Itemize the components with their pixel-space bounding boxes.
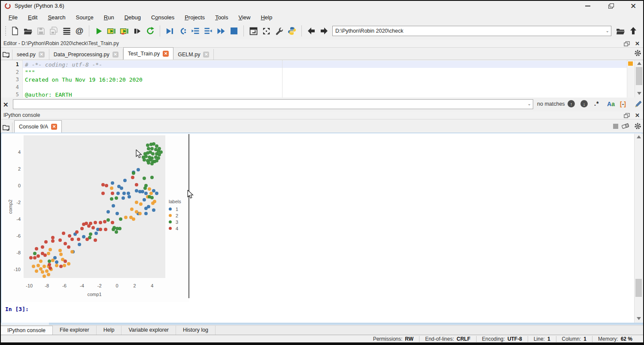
- run-cell-button[interactable]: [105, 24, 118, 37]
- chevron-down-icon[interactable]: ⌄: [606, 28, 609, 33]
- search-input[interactable]: [13, 99, 533, 109]
- pane-splitter[interactable]: [188, 134, 189, 298]
- stop-debug-button[interactable]: [228, 24, 240, 37]
- console-bottom-scrollbar[interactable]: [1, 323, 643, 325]
- clear-console-button[interactable]: [621, 123, 629, 129]
- close-window-button[interactable]: ✕: [623, 0, 643, 12]
- back-button[interactable]: [305, 24, 318, 37]
- scatter-point: [135, 189, 138, 192]
- console-tab[interactable]: Console 9/A ✕: [14, 120, 62, 133]
- editor-scrollbar-thumb[interactable]: [636, 67, 642, 85]
- rerun-button[interactable]: [144, 24, 157, 37]
- scroll-down-icon[interactable]: [637, 317, 641, 320]
- legend-swatch: [169, 227, 172, 230]
- step-return-button[interactable]: [202, 24, 215, 37]
- close-tab-button[interactable]: ✕: [51, 124, 57, 130]
- menu-tools[interactable]: Tools: [210, 13, 233, 21]
- close-tab-button[interactable]: ✕: [163, 51, 169, 57]
- plugin-tab-file-explorer[interactable]: File explorer: [53, 326, 97, 335]
- editor-tab-Test_Train.py[interactable]: Test_Train.py✕: [123, 47, 174, 60]
- scatter-point: [110, 197, 113, 201]
- chevron-down-icon[interactable]: ⌄: [528, 101, 531, 106]
- forward-button[interactable]: [318, 24, 331, 37]
- console-scrollbar-thumb[interactable]: [635, 279, 642, 297]
- wrench-icon: [275, 27, 283, 35]
- menu-source[interactable]: Source: [71, 13, 99, 21]
- browse-tabs-button[interactable]: [0, 122, 12, 133]
- restore-button[interactable]: [601, 0, 621, 12]
- interrupt-kernel-button[interactable]: [613, 124, 618, 129]
- down-arrow-icon: ↓: [583, 101, 586, 107]
- console-options-button[interactable]: [634, 122, 641, 130]
- close-pane-button[interactable]: ✕: [635, 41, 640, 46]
- plugin-tab-variable-explorer[interactable]: Variable explorer: [122, 326, 176, 335]
- close-find-button[interactable]: ✕: [3, 101, 9, 109]
- close-tab-button[interactable]: ✕: [112, 52, 118, 58]
- whole-words-toggle-button[interactable]: [-]: [620, 101, 626, 107]
- save-button[interactable]: [34, 24, 47, 37]
- continue-button[interactable]: [215, 24, 228, 37]
- find-next-button[interactable]: ↓: [580, 100, 588, 107]
- menu-run[interactable]: Run: [99, 13, 119, 21]
- mouse-cursor: [187, 190, 194, 199]
- step-into-button[interactable]: [189, 24, 202, 37]
- find-previous-button[interactable]: ↑: [568, 100, 575, 107]
- new-file-button[interactable]: [9, 24, 21, 37]
- scatter-point: [62, 232, 65, 235]
- highlight-matches-button[interactable]: [634, 100, 643, 108]
- editor-scrollbar[interactable]: [635, 60, 644, 98]
- working-directory-input[interactable]: [332, 26, 611, 36]
- browse-tabs-button[interactable]: [0, 49, 12, 60]
- preferences-button[interactable]: [273, 24, 286, 37]
- maximize-pane-button[interactable]: [247, 24, 260, 37]
- undock-button[interactable]: [624, 41, 630, 46]
- status-label: End-of-lines:: [425, 336, 454, 342]
- fullscreen-button[interactable]: [260, 24, 273, 37]
- browse-directory-button[interactable]: [614, 24, 627, 37]
- menu-debug[interactable]: Debug: [119, 13, 146, 21]
- menu-view[interactable]: View: [233, 13, 255, 21]
- menu-file[interactable]: File: [3, 13, 23, 21]
- scroll-down-icon[interactable]: [637, 92, 641, 95]
- plugin-tab-history-log[interactable]: History log: [176, 326, 216, 335]
- menu-consoles[interactable]: Consoles: [146, 13, 179, 21]
- debug-file-button[interactable]: [163, 24, 176, 37]
- plugin-tab-help[interactable]: Help: [97, 326, 122, 335]
- editor-tab-seed.py[interactable]: seed.py✕: [12, 49, 49, 60]
- menu-edit[interactable]: Edit: [23, 13, 43, 21]
- menu-projects[interactable]: Projects: [179, 13, 210, 21]
- x-tick-label: -6: [57, 283, 72, 288]
- minimize-button[interactable]: [578, 0, 598, 12]
- scroll-up-icon[interactable]: [637, 62, 641, 65]
- editor-tabs: seed.py✕Data_Preprocessing.py✕Test_Train…: [12, 47, 214, 60]
- regex-toggle-button[interactable]: .*: [594, 100, 599, 107]
- scroll-up-icon[interactable]: [637, 135, 641, 138]
- editor-options-button[interactable]: [634, 49, 641, 57]
- plugin-tab-ipython-console[interactable]: IPython console: [0, 326, 53, 335]
- editor-tab-GELM.py[interactable]: GELM.py✕: [173, 49, 214, 60]
- run-cell-advance-button[interactable]: [118, 24, 131, 37]
- menu-search[interactable]: Search: [43, 13, 70, 21]
- parent-directory-button[interactable]: [627, 24, 640, 37]
- editor-tab-Data_Preprocessing.py[interactable]: Data_Preprocessing.py✕: [49, 49, 123, 60]
- open-file-button[interactable]: [21, 24, 34, 37]
- case-sensitive-toggle-button[interactable]: Aa: [607, 101, 615, 107]
- title-bar: Spyder (Python 3.6) ✕: [0, 0, 644, 12]
- save-all-button[interactable]: [47, 24, 60, 37]
- menu-help[interactable]: Help: [255, 13, 277, 21]
- symbol-finder-button[interactable]: @: [73, 24, 86, 37]
- close-pane-button[interactable]: ✕: [635, 113, 640, 118]
- console-scrollbar[interactable]: [634, 134, 643, 323]
- editor-code-area[interactable]: 12345 # -*- coding: utf-8 -*-"""Created …: [0, 60, 644, 98]
- run-selection-button[interactable]: [131, 24, 144, 37]
- close-tab-button[interactable]: ✕: [39, 52, 45, 58]
- python-path-button[interactable]: [286, 24, 298, 37]
- undock-button[interactable]: [624, 113, 630, 118]
- run-current-line-button[interactable]: [176, 24, 189, 37]
- x-tick-label: 0: [109, 283, 125, 288]
- scatter-point: [35, 269, 38, 273]
- file-switcher-button[interactable]: [60, 24, 73, 37]
- close-tab-button[interactable]: ✕: [203, 52, 209, 58]
- run-file-button[interactable]: [92, 24, 105, 37]
- scatter-point: [144, 207, 148, 210]
